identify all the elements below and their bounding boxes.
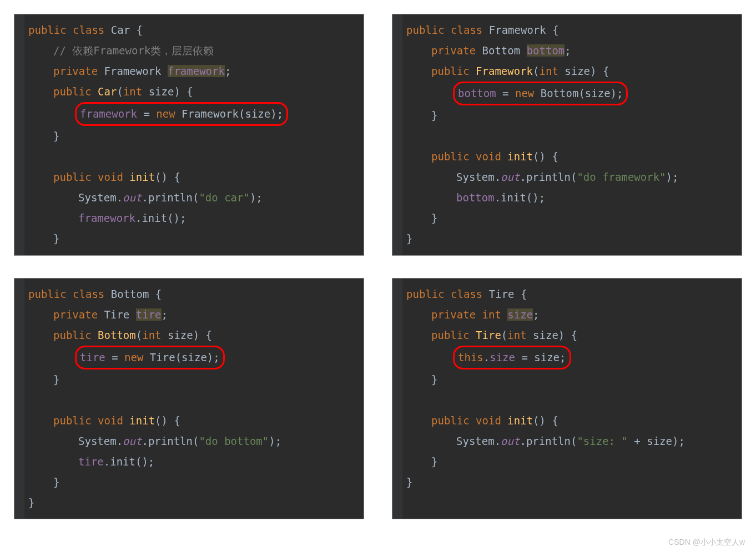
gutter: [14, 14, 24, 255]
blank-line: [28, 390, 355, 411]
code-line: }: [406, 369, 733, 390]
code-line: }: [406, 472, 733, 493]
code-line: System.out.println("do car");: [28, 188, 355, 208]
code-line: private Tire tire;: [28, 305, 355, 325]
code-block-framework: public class Framework { private Bottom …: [392, 14, 742, 256]
code-line: public class Bottom {: [28, 284, 355, 305]
highlighted-line: framework = new Framework(size);: [28, 102, 355, 126]
code-grid: public class Car { // 依赖Framework类，层层依赖 …: [14, 14, 742, 519]
code-line: }: [28, 369, 355, 390]
blank-line: [28, 146, 355, 167]
code-line: }: [28, 229, 355, 249]
code-line: public Car(int size) {: [28, 82, 355, 102]
code-line: public class Framework {: [406, 20, 733, 40]
code-line: framework.init();: [28, 208, 355, 229]
code-line: public Tire(int size) {: [406, 325, 733, 346]
code-line: }: [406, 208, 733, 229]
highlighted-line: this.size = size;: [406, 346, 733, 369]
code-line: }: [406, 229, 733, 249]
code-line: }: [28, 493, 355, 513]
code-line: System.out.println("size: " + size);: [406, 431, 733, 452]
code-line: tire.init();: [28, 452, 355, 472]
blank-line: [406, 126, 733, 146]
code-block-car: public class Car { // 依赖Framework类，层层依赖 …: [14, 14, 364, 256]
code-line: public class Car {: [28, 20, 355, 40]
code-line: System.out.println("do framework");: [406, 167, 733, 188]
highlighted-line: bottom = new Bottom(size);: [406, 82, 733, 105]
code-line: private int size;: [406, 305, 733, 325]
highlighted-line: tire = new Tire(size);: [28, 346, 355, 369]
code-line: public class Tire {: [406, 284, 733, 305]
code-line: public void init() {: [406, 146, 733, 167]
code-line: System.out.println("do bottom");: [28, 431, 355, 452]
code-line: public void init() {: [28, 411, 355, 431]
code-block-tire: public class Tire { private int size; pu…: [392, 278, 742, 520]
blank-line: [406, 390, 733, 411]
gutter: [14, 278, 24, 519]
code-line: }: [406, 105, 733, 126]
code-line: }: [406, 452, 733, 472]
code-line: public void init() {: [28, 167, 355, 188]
code-line: bottom.init();: [406, 188, 733, 208]
code-line: public Bottom(int size) {: [28, 325, 355, 346]
code-line: public Framework(int size) {: [406, 61, 733, 82]
code-line: private Framework framework;: [28, 61, 355, 82]
code-line: private Bottom bottom;: [406, 40, 733, 61]
gutter: [392, 278, 402, 519]
gutter: [392, 14, 402, 255]
code-line: public void init() {: [406, 411, 733, 431]
code-line: }: [28, 126, 355, 146]
code-line: }: [28, 472, 355, 493]
code-comment: // 依赖Framework类，层层依赖: [28, 40, 355, 61]
code-block-bottom: public class Bottom { private Tire tire;…: [14, 278, 364, 520]
